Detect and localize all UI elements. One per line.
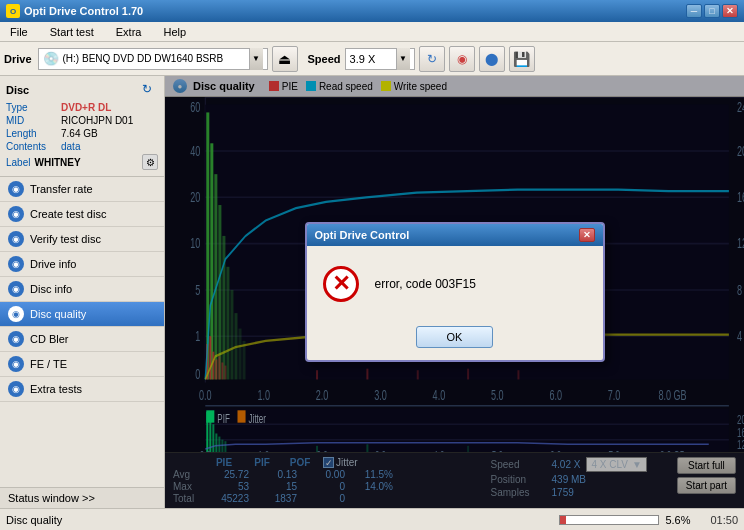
fe-te-label: FE / TE <box>30 358 67 370</box>
progress-container: 5.6% <box>559 514 690 526</box>
extra-tests-icon: ◉ <box>8 381 24 397</box>
cd-bler-icon: ◉ <box>8 331 24 347</box>
menu-start-test[interactable]: Start test <box>44 24 100 40</box>
disc-panel: Disc ↻ Type DVD+R DL MID RICOHJPN D01 Le… <box>0 76 164 177</box>
status-time: 01:50 <box>710 514 738 526</box>
status-window-label: Status window >> <box>8 492 95 504</box>
modal-overlay: Opti Drive Control ✕ ✕ error, code 003F1… <box>165 76 744 508</box>
menu-bar: File Start test Extra Help <box>0 22 744 42</box>
disc-type-value: DVD+R DL <box>61 102 111 113</box>
disc-contents-value: data <box>61 141 80 152</box>
extra-tests-label: Extra tests <box>30 383 82 395</box>
status-text: Disc quality <box>6 514 549 526</box>
speed-dropdown-arrow[interactable]: ▼ <box>396 48 410 70</box>
speed-dropdown[interactable]: 3.9 X ▼ <box>345 48 415 70</box>
sidebar-item-disc-quality[interactable]: ◉ Disc quality <box>0 302 164 327</box>
modal-body: ✕ error, code 003F15 <box>307 246 603 318</box>
disc-length-row: Length 7.64 GB <box>6 128 158 139</box>
speed-value: 3.9 X <box>350 53 396 65</box>
drive-info-label: Drive info <box>30 258 76 270</box>
cd-bler-label: CD Bler <box>30 333 69 345</box>
disc-type-row: Type DVD+R DL <box>6 102 158 113</box>
disc-contents-label: Contents <box>6 141 61 152</box>
disc-mid-value: RICOHJPN D01 <box>61 115 133 126</box>
erase-button[interactable]: ◉ <box>449 46 475 72</box>
modal-title: Opti Drive Control <box>315 229 410 241</box>
status-bar: Disc quality 5.6% 01:50 <box>0 508 744 530</box>
window-controls: ─ □ ✕ <box>686 4 738 18</box>
save-button[interactable]: 💾 <box>509 46 535 72</box>
title-bar: O Opti Drive Control 1.70 ─ □ ✕ <box>0 0 744 22</box>
sidebar-item-drive-info[interactable]: ◉ Drive info <box>0 252 164 277</box>
speed-label: Speed <box>308 53 341 65</box>
sidebar-item-create-test-disc[interactable]: ◉ Create test disc <box>0 202 164 227</box>
drive-icon: 💿 <box>43 51 59 66</box>
disc-label-value: WHITNEY <box>34 157 138 168</box>
toolbar: Drive 💿 (H:) BENQ DVD DD DW1640 BSRB ▼ ⏏… <box>0 42 744 76</box>
disc-length-value: 7.64 GB <box>61 128 98 139</box>
menu-file[interactable]: File <box>4 24 34 40</box>
disc-info-icon: ◉ <box>8 281 24 297</box>
disc-label-row: Label WHITNEY ⚙ <box>6 154 158 170</box>
create-test-disc-icon: ◉ <box>8 206 24 222</box>
disc-mid-label: MID <box>6 115 61 126</box>
drive-info-icon: ◉ <box>8 256 24 272</box>
disc-info-label: Disc info <box>30 283 72 295</box>
modal-message: error, code 003F15 <box>375 277 476 291</box>
drive-label: Drive <box>4 53 32 65</box>
menu-help[interactable]: Help <box>157 24 192 40</box>
disc-quality-label: Disc quality <box>30 308 86 320</box>
disc-mid-row: MID RICOHJPN D01 <box>6 115 158 126</box>
progress-bar-inner <box>560 516 565 524</box>
copy-button[interactable]: ⬤ <box>479 46 505 72</box>
disc-length-label: Length <box>6 128 61 139</box>
minimize-button[interactable]: ─ <box>686 4 702 18</box>
verify-test-disc-label: Verify test disc <box>30 233 101 245</box>
main-layout: Disc ↻ Type DVD+R DL MID RICOHJPN D01 Le… <box>0 76 744 508</box>
drive-value: (H:) BENQ DVD DD DW1640 BSRB <box>63 53 245 64</box>
sidebar-item-cd-bler[interactable]: ◉ CD Bler <box>0 327 164 352</box>
sidebar-item-verify-test-disc[interactable]: ◉ Verify test disc <box>0 227 164 252</box>
drive-dropdown[interactable]: 💿 (H:) BENQ DVD DD DW1640 BSRB ▼ <box>38 48 268 70</box>
sidebar-item-extra-tests[interactable]: ◉ Extra tests <box>0 377 164 402</box>
progress-label: 5.6% <box>665 514 690 526</box>
content-area: ● Disc quality PIE Read speed Write spee… <box>165 76 744 508</box>
modal-ok-button[interactable]: OK <box>416 326 494 348</box>
verify-test-disc-icon: ◉ <box>8 231 24 247</box>
modal-title-bar: Opti Drive Control ✕ <box>307 224 603 246</box>
sidebar-item-disc-info[interactable]: ◉ Disc info <box>0 277 164 302</box>
app-title: Opti Drive Control 1.70 <box>24 5 686 17</box>
disc-contents-row: Contents data <box>6 141 158 152</box>
error-icon: ✕ <box>323 266 359 302</box>
disc-label-button[interactable]: ⚙ <box>142 154 158 170</box>
close-button[interactable]: ✕ <box>722 4 738 18</box>
sidebar: Disc ↻ Type DVD+R DL MID RICOHJPN D01 Le… <box>0 76 165 508</box>
disc-refresh-icon[interactable]: ↻ <box>142 82 158 98</box>
progress-bar-outer <box>559 515 659 525</box>
fe-te-icon: ◉ <box>8 356 24 372</box>
transfer-rate-icon: ◉ <box>8 181 24 197</box>
eject-button[interactable]: ⏏ <box>272 46 298 72</box>
disc-label-key: Label <box>6 157 30 168</box>
disc-header: Disc ↻ <box>6 82 158 98</box>
drive-dropdown-arrow[interactable]: ▼ <box>249 48 263 70</box>
app-icon: O <box>6 4 20 18</box>
maximize-button[interactable]: □ <box>704 4 720 18</box>
disc-type-label: Type <box>6 102 61 113</box>
disc-title: Disc <box>6 84 29 96</box>
modal-footer: OK <box>307 318 603 360</box>
disc-quality-icon: ◉ <box>8 306 24 322</box>
transfer-rate-label: Transfer rate <box>30 183 93 195</box>
menu-extra[interactable]: Extra <box>110 24 148 40</box>
status-window-button[interactable]: Status window >> <box>0 487 164 508</box>
refresh-button[interactable]: ↻ <box>419 46 445 72</box>
modal-close-button[interactable]: ✕ <box>579 228 595 242</box>
sidebar-item-fe-te[interactable]: ◉ FE / TE <box>0 352 164 377</box>
sidebar-item-transfer-rate[interactable]: ◉ Transfer rate <box>0 177 164 202</box>
create-test-disc-label: Create test disc <box>30 208 106 220</box>
error-dialog: Opti Drive Control ✕ ✕ error, code 003F1… <box>305 222 605 362</box>
